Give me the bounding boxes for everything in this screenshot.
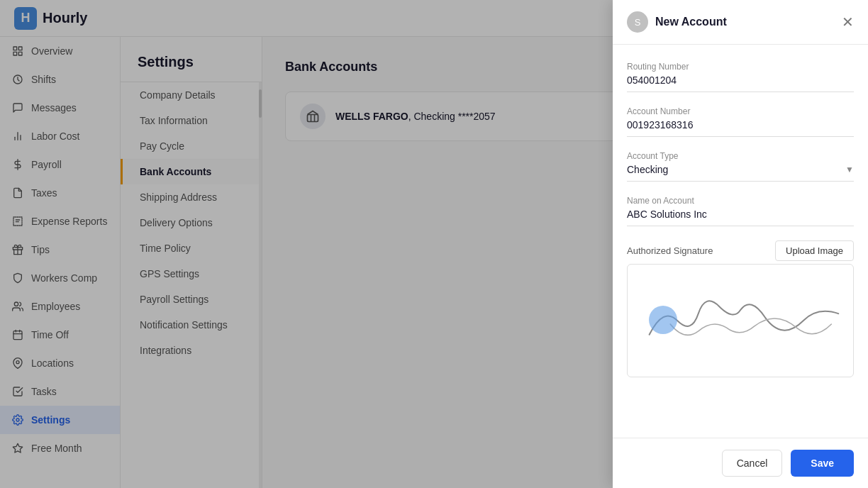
account-type-label: Account Type <box>627 151 854 161</box>
panel-header: S New Account ✕ <box>613 0 868 45</box>
close-icon[interactable]: ✕ <box>842 15 854 29</box>
panel-body: Routing Number 054001204 Account Number … <box>613 45 868 438</box>
account-type-select[interactable]: Checking ▼ <box>627 164 854 182</box>
account-type-field: Account Type Checking ▼ <box>627 151 854 182</box>
name-on-account-value: ABC Solutions Inc <box>627 209 854 226</box>
account-number-label: Account Number <box>627 106 854 116</box>
routing-number-label: Routing Number <box>627 62 854 72</box>
routing-number-value: 054001204 <box>627 74 854 92</box>
upload-image-button[interactable]: Upload Image <box>775 240 854 261</box>
account-number-field: Account Number 001923168316 <box>627 106 854 137</box>
cancel-button[interactable]: Cancel <box>722 450 783 477</box>
name-on-account-label: Name on Account <box>627 196 854 206</box>
signature-svg <box>628 265 853 377</box>
save-button[interactable]: Save <box>791 450 854 477</box>
name-on-account-field: Name on Account ABC Solutions Inc <box>627 196 854 226</box>
modal-overlay: S New Account ✕ Routing Number 054001204… <box>0 0 868 488</box>
signature-row: Authorized Signature Upload Image <box>627 240 854 261</box>
authorized-signature-label: Authorized Signature <box>627 245 713 256</box>
authorized-signature-field: Authorized Signature Upload Image <box>627 240 854 377</box>
panel-footer: Cancel Save <box>613 438 868 488</box>
panel-title: New Account <box>655 16 835 28</box>
account-number-value: 001923168316 <box>627 119 854 137</box>
signature-box[interactable] <box>627 264 854 377</box>
routing-number-field: Routing Number 054001204 <box>627 62 854 92</box>
account-type-value: Checking <box>627 164 668 175</box>
chevron-down-icon: ▼ <box>845 165 854 174</box>
new-account-panel: S New Account ✕ Routing Number 054001204… <box>613 0 868 488</box>
panel-avatar: S <box>627 11 648 33</box>
